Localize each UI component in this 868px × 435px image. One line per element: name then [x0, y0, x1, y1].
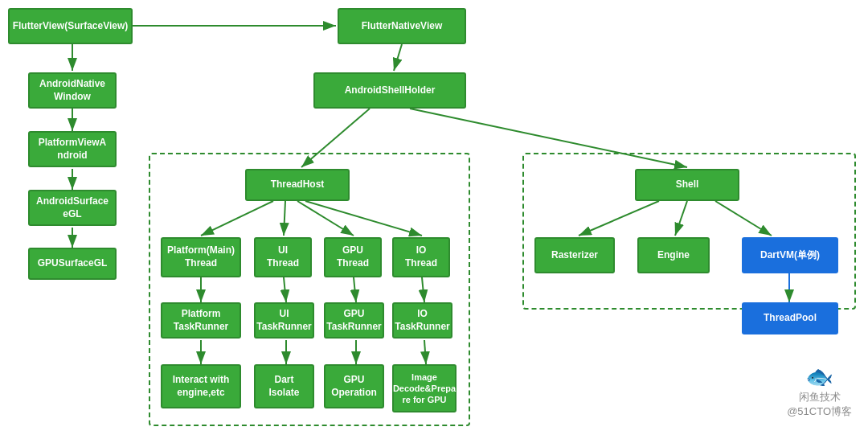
watermark: 🐟 闲鱼技术 @51CTO博客 — [787, 363, 852, 419]
io-thread-node: IOThread — [392, 237, 450, 277]
diagram-container: FlutterView(SurfaceView) FlutterNativeVi… — [0, 0, 868, 435]
dart-isolate-node: DartIsolate — [254, 364, 314, 408]
ui-thread-node: UIThread — [254, 237, 312, 277]
shell-node: Shell — [635, 169, 739, 201]
thread-pool-node: ThreadPool — [742, 302, 838, 334]
rasterizer-node: Rasterizer — [534, 237, 615, 273]
image-decode-node: ImageDecode&Prepare for GPU — [392, 364, 457, 412]
android-native-window-node: AndroidNativeWindow — [28, 72, 117, 109]
engine-node: Engine — [637, 237, 710, 273]
android-surface-gl-node: AndroidSurfaceeGL — [28, 190, 117, 226]
gpu-surface-gl-node: GPUSurfaceGL — [28, 248, 117, 280]
io-runner-node: IOTaskRunner — [392, 302, 452, 339]
dart-vm-node: DartVM(单例) — [742, 237, 838, 273]
android-shell-holder-node: AndroidShellHolder — [313, 72, 466, 109]
watermark-brand: 闲鱼技术 — [787, 390, 852, 404]
flutter-view-node: FlutterView(SurfaceView) — [8, 8, 133, 44]
gpu-thread-node: GPUThread — [324, 237, 382, 277]
interact-engine-node: Interact withengine,etc — [161, 364, 241, 408]
platform-view-android-node: PlatformViewAndroid — [28, 131, 117, 167]
platform-thread-node: Platform(Main)Thread — [161, 237, 241, 277]
gpu-operation-node: GPUOperation — [324, 364, 384, 408]
gpu-runner-node: GPUTaskRunner — [324, 302, 384, 339]
thread-host-node: ThreadHost — [245, 169, 350, 201]
flutter-native-view-node: FlutterNativeView — [338, 8, 466, 44]
platform-runner-node: PlatformTaskRunner — [161, 302, 241, 339]
ui-runner-node: UITaskRunner — [254, 302, 314, 339]
watermark-blog: @51CTO博客 — [787, 404, 852, 419]
watermark-logo: 🐟 — [787, 363, 852, 390]
svg-line-6 — [394, 44, 402, 71]
